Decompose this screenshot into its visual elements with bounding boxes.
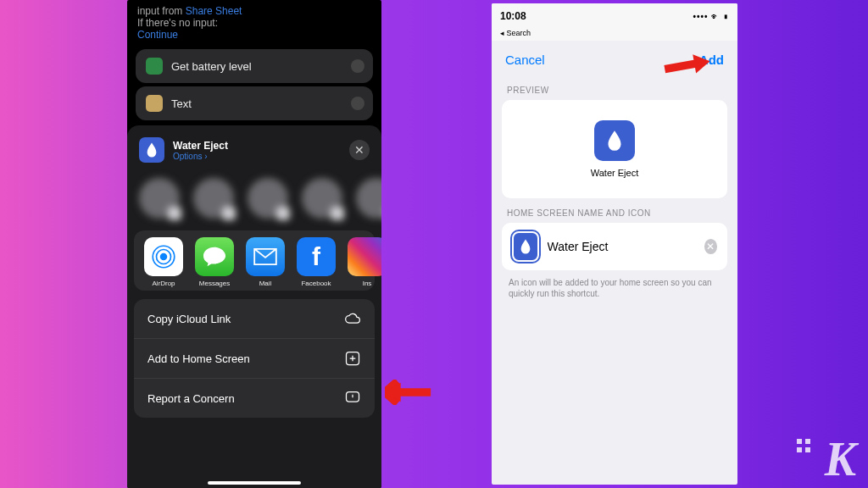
footer-description: An icon will be added to your home scree…: [502, 270, 727, 306]
messages-icon: [195, 237, 234, 276]
contact-avatar[interactable]: [356, 178, 381, 219]
app-label: Ins: [346, 280, 381, 287]
logo-dots: [797, 439, 810, 452]
share-sheet-link: Share Sheet: [186, 5, 242, 17]
action-label: Report a Concern: [147, 392, 235, 405]
input-from-label: input from: [137, 5, 182, 17]
no-input-label: If there's no input:: [137, 17, 218, 29]
facebook-icon: f: [297, 237, 336, 276]
app-label: Mail: [244, 280, 287, 287]
share-app-facebook[interactable]: f Facebook: [295, 237, 337, 287]
action-label: Copy iCloud Link: [147, 313, 231, 325]
text-icon: [146, 95, 163, 112]
instagram-icon: [348, 237, 381, 276]
share-app-messages[interactable]: Messages: [193, 237, 236, 287]
app-label: Facebook: [295, 280, 337, 287]
preview-card: Water Eject: [502, 100, 727, 198]
status-icons: •••• ᯤ ▮: [693, 12, 729, 21]
airdrop-icon: [144, 237, 183, 276]
add-to-home-screen-row[interactable]: Add to Home Screen: [134, 339, 375, 379]
remove-action-icon: [351, 59, 364, 73]
cloud-icon: [344, 310, 361, 327]
name-icon-header: HOME SCREEN NAME AND ICON: [502, 198, 727, 223]
action-get-battery: Get battery level: [136, 49, 373, 83]
plus-square-icon: [344, 350, 361, 367]
clear-input-button[interactable]: ✕: [704, 239, 717, 254]
status-time: 10:08: [500, 10, 526, 22]
action-label: Add to Home Screen: [147, 352, 250, 365]
text-label: Text: [171, 97, 192, 110]
contact-avatar[interactable]: [248, 178, 288, 219]
preview-header: PREVIEW: [502, 75, 727, 100]
continue-link: Continue: [137, 29, 178, 41]
home-indicator: [208, 481, 301, 485]
shortcut-name-input[interactable]: [548, 240, 696, 253]
copy-icloud-link-row[interactable]: Copy iCloud Link: [134, 299, 375, 339]
share-actions-panel: Copy iCloud Link Add to Home Screen Repo…: [134, 299, 375, 418]
icon-picker-button[interactable]: [512, 231, 539, 262]
back-search-link[interactable]: ◂ Search: [492, 29, 737, 41]
close-share-button[interactable]: ✕: [349, 140, 370, 160]
report-concern-row[interactable]: Report a Concern: [134, 379, 375, 418]
share-app-instagram[interactable]: Ins: [346, 237, 381, 287]
status-bar: 10:08 •••• ᯤ ▮: [492, 3, 737, 29]
app-label: Messages: [193, 280, 236, 287]
preview-name: Water Eject: [591, 168, 638, 178]
share-sheet-panel: Water Eject Options › ✕ AirDrop: [127, 125, 381, 488]
callout-arrow-add-home: [385, 380, 432, 405]
share-title: Water Eject: [173, 140, 228, 152]
contact-avatar[interactable]: [302, 178, 342, 219]
share-options-link[interactable]: Options ›: [173, 152, 228, 161]
shortcut-app-icon: [139, 137, 164, 163]
mail-icon: [246, 237, 285, 276]
shortcut-header-dimmed: input from Share Sheet If there's no inp…: [127, 0, 381, 46]
share-apps-panel: AirDrop Messages Mail f Facebook: [134, 230, 375, 291]
contact-avatar[interactable]: [139, 178, 180, 219]
name-input-card: ✕: [502, 223, 727, 270]
contact-avatar[interactable]: [193, 178, 234, 219]
remove-action-icon: [351, 97, 364, 110]
phone-left-shortcuts: input from Share Sheet If there's no inp…: [127, 0, 381, 488]
report-icon: [344, 390, 361, 407]
share-contacts-row: [127, 171, 381, 230]
svg-point-0: [160, 253, 168, 261]
preview-app-icon: [594, 120, 635, 161]
share-app-airdrop[interactable]: AirDrop: [142, 237, 185, 287]
cancel-button[interactable]: Cancel: [505, 53, 545, 67]
app-label: AirDrop: [142, 280, 185, 287]
battery-icon: [146, 58, 163, 75]
action-text: Text: [136, 86, 373, 120]
site-logo: K: [825, 432, 856, 486]
battery-label: Get battery level: [171, 60, 252, 73]
share-app-mail[interactable]: Mail: [244, 237, 287, 287]
